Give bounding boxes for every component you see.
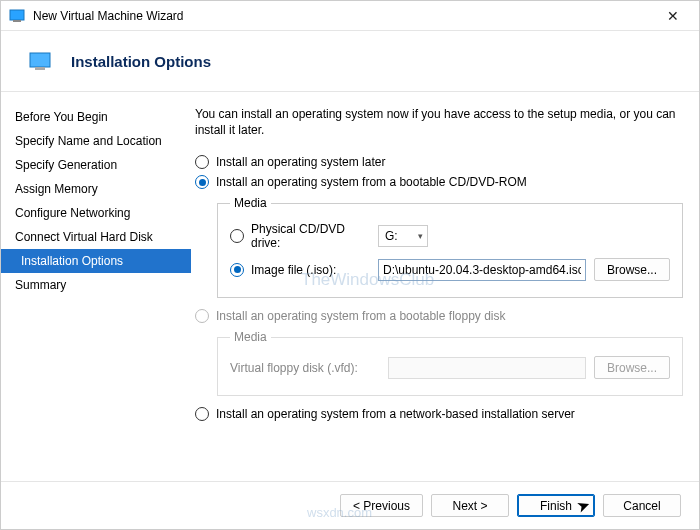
media-legend: Media bbox=[230, 196, 271, 210]
sidebar-item-assign-memory[interactable]: Assign Memory bbox=[1, 177, 191, 201]
browse-iso-button[interactable]: Browse... bbox=[594, 258, 670, 281]
close-button[interactable]: ✕ bbox=[651, 5, 695, 27]
media-legend-floppy: Media bbox=[230, 330, 271, 344]
app-icon bbox=[9, 8, 25, 24]
sidebar-item-configure-networking[interactable]: Configure Networking bbox=[1, 201, 191, 225]
option-install-network[interactable]: Install an operating system from a netwo… bbox=[195, 404, 683, 424]
vfd-input bbox=[388, 357, 586, 379]
svg-rect-2 bbox=[30, 53, 50, 67]
sidebar-item-before-you-begin[interactable]: Before You Begin bbox=[1, 105, 191, 129]
radio-image-file[interactable] bbox=[230, 263, 244, 277]
media-group-cdrom: Media Physical CD/DVD drive: G: ▾ Image … bbox=[217, 196, 683, 298]
wizard-footer: < Previous Next > Finish Cancel bbox=[1, 481, 699, 529]
option-install-cdrom[interactable]: Install an operating system from a boota… bbox=[195, 172, 683, 192]
svg-rect-0 bbox=[10, 10, 24, 20]
sidebar-item-installation-options[interactable]: Installation Options bbox=[1, 249, 191, 273]
radio-physical-drive[interactable] bbox=[230, 229, 244, 243]
image-file-label: Image file (.iso): bbox=[251, 263, 336, 277]
option-install-network-label: Install an operating system from a netwo… bbox=[216, 407, 575, 421]
wizard-sidebar: Before You Begin Specify Name and Locati… bbox=[1, 92, 191, 481]
radio-install-cdrom[interactable] bbox=[195, 175, 209, 189]
next-button[interactable]: Next > bbox=[431, 494, 509, 517]
option-install-later-label: Install an operating system later bbox=[216, 155, 385, 169]
media-group-floppy: Media Virtual floppy disk (.vfd): Browse… bbox=[217, 330, 683, 396]
previous-button[interactable]: < Previous bbox=[340, 494, 423, 517]
wizard-header: Installation Options bbox=[1, 31, 699, 91]
finish-button[interactable]: Finish bbox=[517, 494, 595, 517]
physical-drive-value: G: bbox=[385, 229, 398, 243]
page-description: You can install an operating system now … bbox=[195, 106, 683, 138]
physical-drive-select[interactable]: G: ▾ bbox=[378, 225, 428, 247]
cancel-button[interactable]: Cancel bbox=[603, 494, 681, 517]
window-title: New Virtual Machine Wizard bbox=[33, 9, 651, 23]
sidebar-item-connect-virtual-hard-disk[interactable]: Connect Virtual Hard Disk bbox=[1, 225, 191, 249]
page-title: Installation Options bbox=[71, 53, 211, 70]
radio-install-floppy[interactable] bbox=[195, 309, 209, 323]
wizard-body: Before You Begin Specify Name and Locati… bbox=[1, 92, 699, 481]
image-file-input[interactable] bbox=[378, 259, 586, 281]
physical-drive-label: Physical CD/DVD drive: bbox=[251, 222, 370, 250]
svg-rect-3 bbox=[35, 67, 45, 70]
option-install-floppy-label: Install an operating system from a boota… bbox=[216, 309, 506, 323]
radio-install-later[interactable] bbox=[195, 155, 209, 169]
option-install-cdrom-label: Install an operating system from a boota… bbox=[216, 175, 527, 189]
wizard-header-icon bbox=[29, 50, 51, 72]
chevron-down-icon: ▾ bbox=[418, 231, 423, 241]
svg-rect-1 bbox=[13, 20, 21, 22]
wizard-window: New Virtual Machine Wizard ✕ Installatio… bbox=[0, 0, 700, 530]
close-icon: ✕ bbox=[667, 8, 679, 24]
sidebar-item-specify-generation[interactable]: Specify Generation bbox=[1, 153, 191, 177]
wizard-content: You can install an operating system now … bbox=[191, 92, 699, 481]
option-install-floppy[interactable]: Install an operating system from a boota… bbox=[195, 306, 683, 326]
vfd-label: Virtual floppy disk (.vfd): bbox=[230, 361, 358, 375]
browse-vfd-button: Browse... bbox=[594, 356, 670, 379]
radio-install-network[interactable] bbox=[195, 407, 209, 421]
sidebar-item-specify-name-location[interactable]: Specify Name and Location bbox=[1, 129, 191, 153]
sidebar-item-summary[interactable]: Summary bbox=[1, 273, 191, 297]
titlebar: New Virtual Machine Wizard ✕ bbox=[1, 1, 699, 31]
option-install-later[interactable]: Install an operating system later bbox=[195, 152, 683, 172]
